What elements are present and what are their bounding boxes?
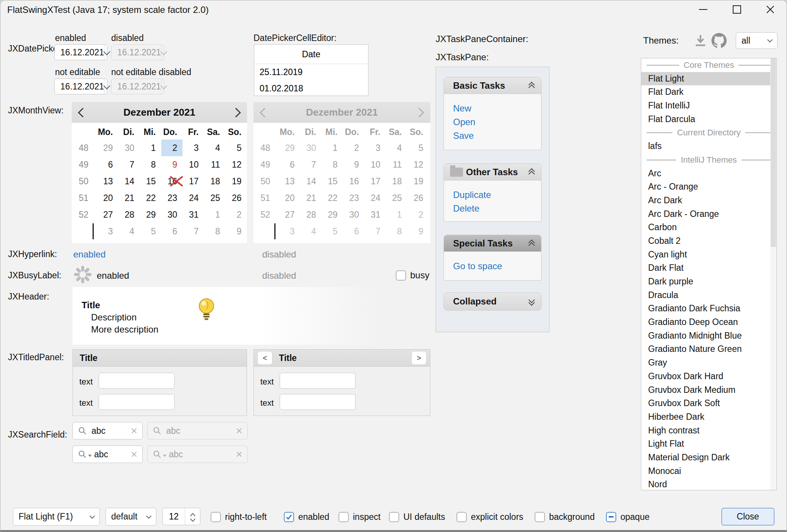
theme-item[interactable]: Gradianto Nature Green [641, 342, 776, 356]
close-window-button[interactable] [758, 0, 782, 19]
theme-item[interactable]: Gruvbox Dark Hard [641, 370, 776, 383]
calendar-day[interactable]: 7 [118, 156, 140, 173]
calendar-day[interactable]: 4 [204, 140, 226, 156]
theme-item[interactable]: Gradianto Dark Fuchsia [641, 302, 776, 315]
task-link[interactable]: Go to space [453, 259, 541, 273]
titlebar[interactable]: FlatSwingXTest (Java 17; system scale fa… [0, 0, 787, 19]
hyperlink-enabled[interactable]: enabled [73, 249, 105, 260]
calendar-day[interactable]: 3 [97, 223, 118, 240]
text-input[interactable] [280, 394, 356, 410]
text-input[interactable] [99, 394, 175, 410]
chevron-down-icon[interactable] [104, 45, 109, 60]
theme-item[interactable]: Flat IntelliJ [641, 99, 776, 113]
spinner-down-icon[interactable] [190, 516, 195, 521]
theme-item[interactable]: Gruvbox Dark Medium [641, 383, 776, 397]
calendar-day[interactable]: 17 [183, 173, 204, 190]
date-value[interactable]: 16.12.2021 [55, 79, 104, 94]
calendar-day[interactable]: 21 [118, 190, 140, 206]
scrollbar-thumb[interactable] [771, 58, 776, 247]
theme-item[interactable]: Carbon [641, 221, 776, 234]
spinner-arrows[interactable] [185, 508, 200, 525]
theme-item[interactable]: Nord [641, 478, 776, 490]
taskpane-header[interactable]: Collapsed [444, 293, 541, 310]
calendar-day[interactable]: 29 [97, 140, 118, 156]
calendar-day[interactable]: 8 [140, 156, 161, 173]
datepicker-not-editable[interactable]: 16.12.2021 [54, 78, 107, 94]
theme-item[interactable]: Gradianto Midnight Blue [641, 329, 776, 343]
calendar-day[interactable]: 3 [183, 140, 204, 156]
maximize-button[interactable] [725, 0, 749, 19]
calendar-day[interactable]: 5 [225, 140, 247, 156]
calendar-day[interactable]: 30 [118, 140, 140, 156]
calendar-day[interactable]: 29 [140, 206, 161, 223]
checkbox-explicit-colors[interactable] [456, 512, 467, 522]
taskpane-header[interactable]: Other Tasks [444, 164, 541, 180]
clear-icon[interactable]: × [131, 425, 137, 436]
calendar-day[interactable]: 4 [118, 223, 140, 240]
calendar-day[interactable]: 8 [204, 223, 226, 240]
theme-item[interactable]: Material Design Dark [641, 451, 776, 465]
calendar-day[interactable]: 15 [140, 173, 161, 190]
theme-item[interactable]: Flat Light [641, 72, 776, 86]
minimize-button[interactable] [691, 0, 715, 19]
checkbox-right-to-left[interactable] [211, 512, 221, 522]
collapse-chevron-icon[interactable] [528, 168, 535, 176]
calendar-day[interactable]: 11 [204, 156, 226, 173]
searchfield-enabled[interactable]: abc × [72, 422, 143, 439]
theme-item[interactable]: Monocai [641, 465, 776, 478]
github-icon[interactable] [711, 33, 727, 48]
calendar-day[interactable]: 28 [118, 206, 140, 223]
theme-item[interactable]: Arc [641, 167, 776, 180]
themes-filter-combo[interactable]: all [736, 32, 778, 49]
laf-combo[interactable]: Flat Light (F1) [13, 508, 100, 526]
calendar-day[interactable]: 30 [161, 206, 183, 223]
calendar-day[interactable]: 16 [161, 173, 183, 190]
calendar-day[interactable]: 9 [161, 156, 183, 173]
calendar-day[interactable]: 18 [204, 173, 226, 190]
clear-icon[interactable]: × [131, 449, 137, 460]
themes-list[interactable]: Core ThemesFlat LightFlat DarkFlat Intel… [641, 58, 777, 490]
celleditor-table[interactable]: Date 25.11.2019 01.02.2018 [254, 44, 368, 96]
monthview-enabled[interactable]: Dezember 2021 Mo.Di.Mi.Do.Fr.Sa.So.48293… [72, 102, 247, 243]
task-link[interactable]: Save [453, 129, 541, 143]
chevron-down-icon[interactable] [104, 79, 109, 94]
theme-item[interactable]: Dracula [641, 289, 776, 302]
calendar-day[interactable]: 13 [97, 173, 118, 190]
themes-scrollbar[interactable] [770, 58, 776, 490]
calendar-day[interactable]: 1 [140, 140, 161, 156]
theme-item[interactable]: Flat Dark [641, 85, 776, 99]
calendar-day[interactable]: 22 [140, 190, 161, 206]
theme-item[interactable]: Flat Darcula [641, 113, 776, 126]
theme-item[interactable]: Hiberbee Dark [641, 410, 776, 424]
theme-item[interactable]: Arc Dark [641, 194, 776, 207]
theme-item[interactable]: Cobalt 2 [641, 234, 776, 248]
calendar-day[interactable]: 27 [97, 206, 118, 223]
theme-item[interactable]: Dark purple [641, 275, 776, 289]
calendar-day[interactable]: 14 [118, 173, 140, 190]
calendar-day[interactable]: 19 [225, 173, 247, 190]
search-menu-arrow-icon[interactable] [88, 455, 92, 457]
calendar-day[interactable]: 26 [225, 190, 247, 206]
checkbox-opaque[interactable] [606, 512, 616, 522]
calendar-day[interactable]: 12 [225, 156, 247, 173]
datepicker-enabled[interactable]: 16.12.2021 [54, 44, 107, 60]
text-input[interactable] [99, 373, 175, 389]
close-button[interactable]: Close [721, 508, 774, 526]
theme-item[interactable]: lafs [641, 140, 776, 153]
calendar-day[interactable]: 10 [183, 156, 204, 173]
text-input[interactable] [280, 373, 356, 389]
download-icon[interactable] [693, 34, 708, 47]
calendar-day[interactable]: 31 [183, 206, 204, 223]
theme-item[interactable]: Dark Flat [641, 261, 776, 275]
calendar-day[interactable]: 2 [225, 206, 247, 223]
theme-item[interactable]: Gruvbox Dark Soft [641, 397, 776, 410]
calendar-day[interactable]: 7 [183, 223, 204, 240]
checkbox-ui-defaults[interactable] [389, 512, 399, 522]
calendar-day[interactable]: 23 [161, 190, 183, 206]
theme-item[interactable]: Arc - Orange [641, 180, 776, 194]
theme-item[interactable]: Cyan light [641, 248, 776, 262]
task-link[interactable]: New [453, 102, 541, 115]
calendar-day[interactable]: 20 [97, 190, 118, 206]
taskpane-header[interactable]: Special Tasks [444, 235, 541, 252]
date-value[interactable]: 16.12.2021 [55, 45, 104, 60]
